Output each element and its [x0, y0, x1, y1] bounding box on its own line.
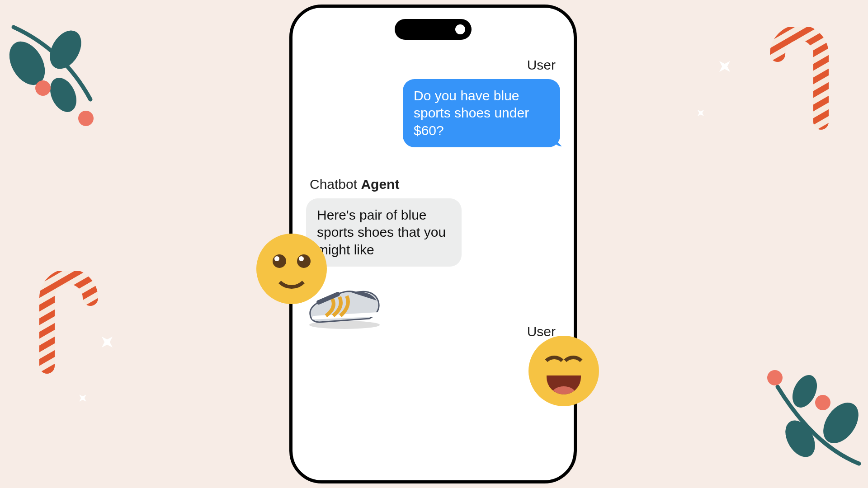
sender-label-user-2: User	[527, 324, 556, 339]
user-message-bubble: Do you have blue sports shoes under $60?	[403, 79, 560, 147]
chat-thread: User Do you have blue sports shoes under…	[306, 57, 560, 467]
sparkle-icon	[694, 107, 707, 119]
dynamic-island	[395, 19, 472, 40]
svg-point-13	[767, 370, 783, 385]
candy-cane-icon	[27, 271, 108, 381]
user-message-text: Do you have blue sports shoes under $60?	[414, 88, 529, 138]
svg-point-12	[815, 395, 830, 410]
phone-mockup: User Do you have blue sports shoes under…	[289, 5, 577, 483]
svg-point-4	[78, 111, 94, 126]
svg-point-10	[779, 415, 821, 462]
holly-branch-icon	[0, 14, 118, 133]
smile-emoji-icon	[256, 234, 327, 304]
sparkle-icon	[714, 56, 736, 77]
sparkle-icon	[75, 391, 90, 405]
agent-message-bubble: Here's pair of blue sports shoes that yo…	[306, 198, 462, 267]
camera-dot-icon	[455, 24, 465, 34]
sender-label-user: User	[527, 57, 556, 73]
agent-label-prefix: Chatbot	[310, 177, 361, 192]
sender-label-agent: Chatbot Agent	[310, 177, 399, 192]
agent-message-text: Here's pair of blue sports shoes that yo…	[317, 207, 446, 257]
holly-branch-icon	[741, 355, 868, 474]
svg-point-3	[35, 80, 51, 96]
agent-label-bold: Agent	[361, 177, 399, 192]
laugh-emoji-icon	[528, 336, 599, 406]
illustration-stage: User Do you have blue sports shoes under…	[0, 0, 868, 488]
candy-cane-icon	[760, 27, 841, 137]
